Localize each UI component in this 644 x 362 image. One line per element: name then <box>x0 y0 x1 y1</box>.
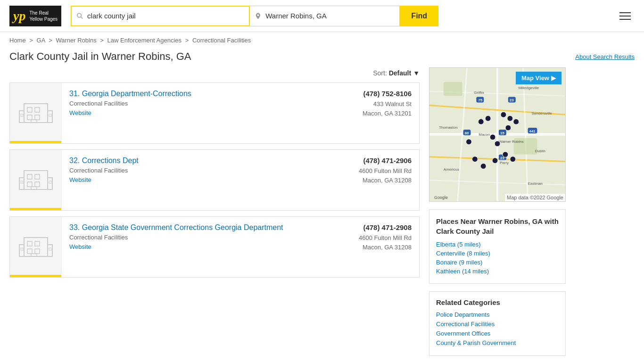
logo-box: yp The Real Yellow Pages <box>9 6 61 26</box>
svg-point-72 <box>466 139 471 145</box>
map-view-label: Map View <box>521 74 549 82</box>
logo-line1: The Real <box>29 10 58 16</box>
hamburger-line1 <box>619 12 631 13</box>
listing-category-1: Correctional Facilities <box>69 100 327 107</box>
breadcrumb-ga[interactable]: GA <box>37 37 45 44</box>
svg-rect-21 <box>49 181 51 183</box>
svg-rect-24 <box>35 241 40 246</box>
svg-point-68 <box>501 112 506 117</box>
svg-rect-25 <box>27 249 32 254</box>
find-button[interactable]: Find <box>400 6 438 26</box>
yellow-bar-1 <box>10 141 61 143</box>
listing-image-3 <box>10 217 62 277</box>
svg-rect-5 <box>27 115 32 120</box>
places-near-bonaire[interactable]: Bonaire (9 miles) <box>436 259 559 266</box>
svg-text:15: 15 <box>500 131 504 135</box>
places-near-title: Places Near Warner Robins, GA with Clark… <box>436 216 559 236</box>
related-cat-correctional[interactable]: Correctional Facilities <box>436 321 559 328</box>
listing-phone-3[interactable]: (478) 471-2908 <box>342 223 412 231</box>
logo-tagline: The Real Yellow Pages <box>29 10 58 22</box>
svg-text:441: 441 <box>529 129 536 133</box>
listing-contact-1: (478) 752-8106 433 Walnut St Macon, GA 3… <box>334 83 419 143</box>
svg-rect-26 <box>35 249 40 254</box>
breadcrumb-law-enforcement[interactable]: Law Enforcement Agencies <box>107 37 182 44</box>
related-cat-government[interactable]: Government Offices <box>436 330 559 337</box>
map-view-button[interactable]: Map View ▶ <box>516 72 561 84</box>
svg-rect-15 <box>27 182 32 187</box>
listing-address-3: 4600 Fulton Mill Rd Macon, GA 31208 <box>342 233 412 252</box>
svg-point-76 <box>510 156 516 162</box>
breadcrumb-sep4: > <box>185 37 190 44</box>
listing-phone-1[interactable]: (478) 752-8106 <box>342 90 412 98</box>
places-near-centerville[interactable]: Centerville (8 miles) <box>436 250 559 257</box>
svg-rect-3 <box>27 107 32 112</box>
header: yp The Real Yellow Pages Find <box>0 0 644 32</box>
listing-address-1: 433 Walnut St Macon, GA 31201 <box>342 99 412 118</box>
related-cat-county[interactable]: County & Parish Government <box>436 339 559 346</box>
svg-point-71 <box>505 125 511 131</box>
listing-website-3[interactable]: Website <box>69 243 91 250</box>
svg-point-77 <box>492 158 498 164</box>
results-area: Sort: Default ▼ <box>9 67 420 356</box>
svg-text:Americus: Americus <box>444 167 459 172</box>
breadcrumb-home[interactable]: Home <box>9 37 26 44</box>
listing-contact-2: (478) 471-2906 4600 Fulton Mill Rd Macon… <box>334 150 419 210</box>
listing-website-2[interactable]: Website <box>69 176 91 183</box>
svg-point-69 <box>507 115 513 121</box>
listing-phone-2[interactable]: (478) 471-2906 <box>342 156 412 165</box>
svg-text:23: 23 <box>510 98 514 102</box>
yp-logo: yp <box>13 8 25 24</box>
svg-text:Griffin: Griffin <box>474 90 484 95</box>
sort-value[interactable]: Default <box>389 69 411 77</box>
breadcrumb-correctional[interactable]: Correctional Facilities <box>192 37 251 44</box>
sort-arrow[interactable]: ▼ <box>413 69 420 77</box>
svg-rect-6 <box>35 115 40 120</box>
svg-text:75: 75 <box>478 98 482 102</box>
map-container: Griffin Milledgeville Sandersville Thoma… <box>429 67 566 202</box>
places-near-elberta[interactable]: Elberta (5 miles) <box>436 241 559 248</box>
listing-address-2: 4600 Fulton Mill Rd Macon, GA 31208 <box>342 166 412 185</box>
related-categories: Related Categories Police Departments Co… <box>429 291 566 356</box>
listing-card-3: 33. Georgia State Government Corrections… <box>9 216 420 278</box>
svg-point-70 <box>513 119 519 124</box>
svg-rect-31 <box>49 248 51 250</box>
listing-name-3[interactable]: 33. Georgia State Government Corrections… <box>69 223 283 231</box>
sort-label: Sort: <box>373 69 387 77</box>
svg-point-78 <box>472 156 478 162</box>
yellow-bar-3 <box>10 275 61 277</box>
svg-point-74 <box>495 141 500 147</box>
svg-text:Thomaston: Thomaston <box>439 125 458 130</box>
listing-info-1: 31. Georgia Department-Corrections Corre… <box>62 83 334 143</box>
svg-text:Macon: Macon <box>479 132 490 137</box>
svg-point-73 <box>490 134 495 140</box>
related-cat-police[interactable]: Police Departments <box>436 311 559 318</box>
page-title: Clark County Jail in Warner Robins, GA <box>9 50 191 63</box>
breadcrumb-warner-robins[interactable]: Warner Robins <box>56 37 96 44</box>
svg-text:Google: Google <box>434 195 448 200</box>
hamburger-menu[interactable] <box>616 8 635 24</box>
places-near-kathleen[interactable]: Kathleen (14 miles) <box>436 268 559 275</box>
listing-category-3: Correctional Facilities <box>69 234 327 241</box>
listing-image-2 <box>10 150 62 210</box>
address-line2-1: Macon, GA 31201 <box>363 110 412 117</box>
svg-rect-23 <box>27 241 32 246</box>
listing-name-2[interactable]: 32. Corrections Dept <box>69 156 139 165</box>
search-where-input[interactable] <box>265 12 395 20</box>
address-line1-2: 4600 Fulton Mill Rd <box>359 167 412 174</box>
svg-point-75 <box>503 152 508 157</box>
about-results-link[interactable]: About Search Results <box>575 53 635 60</box>
sort-bar: Sort: Default ▼ <box>9 67 420 82</box>
listing-name-1[interactable]: 31. Georgia Department-Corrections <box>69 90 191 98</box>
address-line1-3: 4600 Fulton Mill Rd <box>359 234 412 241</box>
svg-line-1 <box>81 16 83 18</box>
search-where-box <box>250 6 400 26</box>
listing-card: 31. Georgia Department-Corrections Corre… <box>9 82 420 144</box>
building-icon-3 <box>17 228 55 266</box>
svg-rect-11 <box>49 114 51 116</box>
search-what-input[interactable] <box>87 12 244 20</box>
listing-website-1[interactable]: Website <box>69 109 91 116</box>
places-near: Places Near Warner Robins, GA with Clark… <box>429 209 566 284</box>
svg-rect-19 <box>21 181 23 183</box>
hamburger-line3 <box>619 19 631 20</box>
map-view-arrow: ▶ <box>551 74 556 82</box>
